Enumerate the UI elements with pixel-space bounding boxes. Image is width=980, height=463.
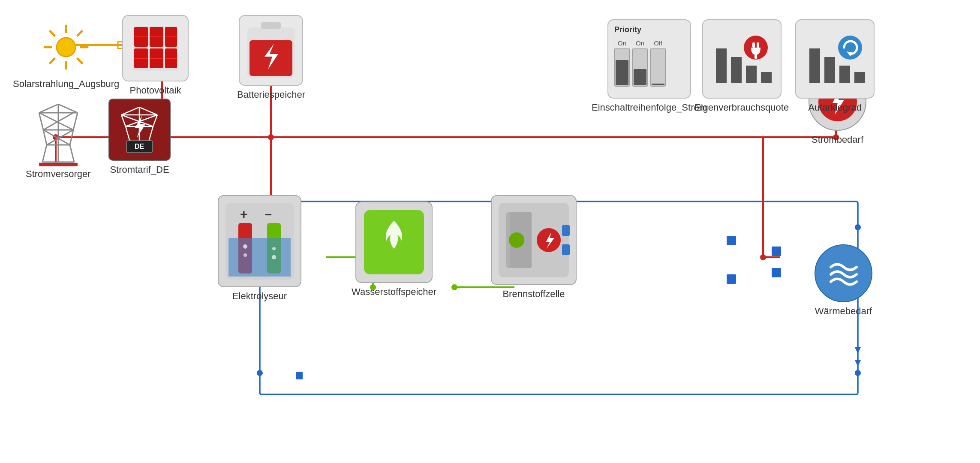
svg-rect-130 [839, 66, 850, 83]
svg-rect-37 [772, 247, 781, 256]
wasserstoffspeicher-label: Wasserstoffspeicher [352, 286, 436, 298]
svg-line-87 [121, 107, 139, 115]
svg-rect-35 [727, 236, 736, 245]
svg-point-108 [272, 255, 276, 259]
svg-rect-36 [727, 274, 736, 284]
svg-point-16 [760, 254, 766, 260]
svg-rect-125 [752, 42, 755, 48]
einschaltreihenfolge-label: Einschaltreihenfolge_Strom [592, 102, 707, 113]
einschaltreihenfolge-node[interactable]: Priority On On Off [592, 19, 707, 113]
svg-text:DE: DE [135, 143, 144, 150]
svg-rect-128 [809, 48, 820, 83]
svg-line-80 [70, 145, 74, 162]
waermebedarf-node[interactable]: Wärmebedarf [815, 244, 872, 317]
stromversorger-node[interactable]: Stromversorger [26, 101, 91, 180]
svg-rect-127 [755, 54, 757, 59]
diagram-container: { "nodes": { "solarstrahlung": { "label"… [0, 0, 980, 463]
svg-rect-122 [746, 66, 757, 83]
svg-rect-126 [757, 42, 759, 48]
svg-rect-123 [761, 72, 772, 83]
svg-line-78 [43, 130, 70, 145]
svg-rect-104 [228, 238, 291, 277]
solarstrahlung-label: Solarstrahlung_Augsburg [13, 78, 119, 90]
svg-rect-121 [731, 57, 742, 83]
stromversorger-label: Stromversorger [26, 168, 91, 180]
svg-point-107 [272, 247, 276, 250]
svg-point-23 [855, 370, 861, 376]
svg-line-71 [39, 113, 43, 130]
wasserstoffspeicher-node[interactable]: Wasserstoffspeicher [352, 201, 436, 298]
eigenverbrauchsquote-label: Eigenverbrauchsquote [694, 102, 789, 113]
brennstoffzelle-label: Brennstoffzelle [502, 289, 565, 300]
solarstrahlung-node[interactable]: Solarstrahlung_Augsburg [13, 19, 119, 90]
stromtarif-node[interactable]: DE Stromtarif_DE [108, 99, 171, 175]
strombedarf-label: Strombedarf [812, 134, 863, 145]
svg-rect-131 [854, 72, 865, 83]
svg-rect-38 [772, 268, 781, 277]
svg-text:−: − [265, 208, 272, 221]
svg-rect-117 [562, 244, 570, 255]
svg-line-79 [42, 145, 47, 162]
svg-line-43 [50, 31, 54, 36]
svg-line-69 [39, 104, 58, 113]
priority-on2: On [636, 39, 644, 47]
batteriespeicher-node[interactable]: Batteriespeicher [237, 15, 305, 100]
priority-on1: On [618, 39, 626, 47]
svg-rect-28 [296, 372, 303, 379]
autarkiegrad-label: Autarkiegrad [808, 102, 862, 113]
autarkiegrad-node[interactable]: Autarkiegrad [795, 19, 875, 113]
elektrolyseur-node[interactable]: + − Elektrolyseur [218, 195, 301, 302]
svg-line-72 [73, 113, 78, 130]
svg-rect-129 [824, 57, 835, 83]
svg-rect-116 [562, 225, 570, 236]
elektrolyseur-label: Elektrolyseur [232, 291, 287, 302]
svg-point-22 [855, 224, 861, 230]
stromtarif-label: Stromtarif_DE [110, 164, 169, 175]
eigenverbrauchsquote-node[interactable]: Eigenverbrauchsquote [694, 19, 789, 113]
svg-line-77 [47, 130, 73, 145]
svg-line-88 [139, 107, 157, 115]
svg-line-46 [50, 59, 54, 63]
svg-point-24 [257, 370, 263, 376]
svg-rect-62 [261, 22, 281, 29]
svg-line-44 [78, 59, 82, 63]
svg-point-6 [268, 134, 274, 140]
brennstoffzelle-node[interactable]: Brennstoffzelle [491, 195, 577, 300]
svg-rect-63 [250, 40, 292, 76]
svg-line-93 [126, 126, 130, 141]
svg-line-70 [58, 104, 78, 113]
svg-point-105 [243, 244, 247, 249]
svg-point-106 [243, 253, 247, 257]
waermebedarf-label: Wärmebedarf [815, 306, 872, 317]
photovoltaik-node[interactable]: Photovoltaik [122, 15, 189, 96]
svg-marker-26 [855, 360, 861, 367]
batteriespeicher-label: Batteriespeicher [237, 89, 305, 100]
svg-line-94 [149, 126, 153, 141]
photovoltaik-label: Photovoltaik [130, 85, 181, 96]
svg-text:+: + [240, 207, 248, 221]
priority-title: Priority [614, 25, 641, 34]
svg-rect-120 [716, 48, 727, 83]
svg-point-113 [509, 232, 524, 248]
svg-point-47 [57, 38, 75, 57]
svg-point-33 [451, 284, 457, 290]
svg-rect-83 [39, 163, 78, 166]
priority-off: Off [654, 39, 662, 47]
svg-marker-25 [855, 347, 861, 354]
svg-line-45 [78, 31, 82, 36]
